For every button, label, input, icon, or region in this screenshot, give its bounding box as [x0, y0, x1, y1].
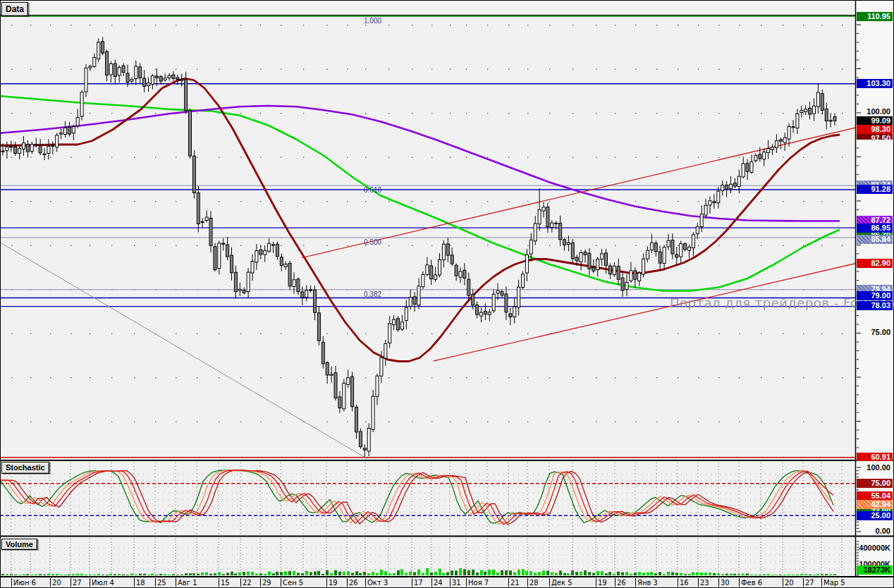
date-tick-label: Окт 3 — [367, 579, 388, 587]
stoch-label: 25.00 — [857, 511, 893, 520]
stoch-label: 75.00 — [857, 479, 893, 488]
date-tick-label: 15 — [221, 579, 230, 587]
fib-label-0.382: 0.382 — [364, 290, 381, 298]
price-label: 91.28 — [857, 185, 893, 194]
date-tick-label: 17 — [414, 579, 423, 587]
date-tick-label: Янв 3 — [637, 579, 658, 587]
date-tick-label: 25 — [157, 579, 166, 587]
date-tick-label: 22 — [243, 579, 252, 587]
chart-canvas[interactable] — [0, 0, 894, 588]
date-tick-label: Дек 5 — [551, 579, 572, 587]
price-label: 86.95 — [857, 223, 893, 233]
stoch-label: 42.94 — [857, 500, 893, 509]
fib-label-0.618: 0.618 — [364, 186, 381, 194]
stoch-label: 0.00 — [857, 527, 893, 536]
date-tick-label: 31 — [452, 579, 461, 587]
date-tick-label: 27 — [805, 579, 814, 587]
date-tick-label: Сен 5 — [283, 579, 303, 587]
date-tick-label: 28 — [529, 579, 539, 587]
date-tick-label: 23 — [700, 579, 709, 587]
price-label: 110.95 — [857, 12, 893, 21]
price-label: 100.00 — [857, 107, 893, 116]
price-label: 98.30 — [857, 125, 893, 134]
volume-label: 18273K — [857, 565, 893, 575]
date-tick-label: Ноя 7 — [468, 579, 489, 587]
fib-label-0.500: 0.500 — [364, 238, 381, 246]
date-tick-label: Авг 1 — [178, 579, 197, 587]
date-tick-label: 20 — [785, 579, 794, 587]
volume-panel-button[interactable]: Volume — [1, 539, 37, 550]
fib-label-1.000: 1.000 — [364, 17, 381, 25]
date-tick-label: 18 — [136, 579, 145, 587]
chart-window: Data Stochastic Volume Портал для трейде… — [0, 0, 894, 588]
date-tick-label: 26 — [617, 579, 626, 587]
date-tick-label: Июн 6 — [13, 579, 36, 587]
price-label: 85.84 — [857, 235, 893, 244]
date-tick-label: 27 — [73, 579, 82, 587]
date-tick-label: Мар 5 — [823, 579, 845, 587]
volume-label: 400000K — [857, 544, 893, 553]
date-tick-label: 26 — [349, 579, 358, 587]
data-panel-button[interactable]: Data — [1, 2, 28, 16]
price-label: 78.03 — [857, 301, 893, 310]
date-tick-label: 29 — [262, 579, 271, 587]
price-label: 75.00 — [857, 328, 893, 337]
price-label: 103.30 — [857, 79, 893, 88]
date-tick-label: 30 — [721, 579, 730, 587]
price-label: 97.50 — [857, 134, 893, 140]
stoch-label: 100.00 — [857, 463, 893, 472]
date-tick-label: 20 — [52, 579, 61, 587]
date-tick-label: 24 — [434, 579, 443, 587]
date-tick-label: 16 — [680, 579, 689, 587]
date-tick-label: 19 — [329, 579, 338, 587]
stochastic-panel-button[interactable]: Stochastic — [1, 462, 49, 474]
date-tick-label: Фев 6 — [741, 579, 762, 587]
price-label: 60.91 — [857, 453, 893, 461]
price-label: 79.00 — [857, 291, 893, 300]
date-tick-label: 21 — [510, 579, 520, 587]
date-tick-label: 19 — [598, 579, 607, 587]
date-tick-label: Июл 4 — [92, 579, 114, 587]
price-label: 82.90 — [857, 259, 893, 268]
